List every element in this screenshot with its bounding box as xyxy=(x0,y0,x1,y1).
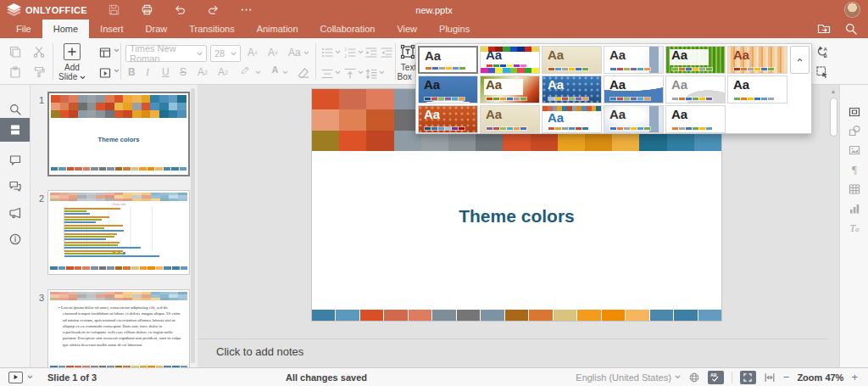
clear-style-button[interactable] xyxy=(297,66,310,80)
zoom-out-button[interactable]: − xyxy=(783,372,790,383)
font-color-button[interactable]: A xyxy=(270,65,281,79)
redo-icon[interactable] xyxy=(207,3,220,16)
select-all-button[interactable] xyxy=(815,65,829,79)
chevron-down-icon[interactable] xyxy=(303,51,309,55)
sidebar-about-button[interactable] xyxy=(0,228,30,250)
decrease-font-size-button[interactable]: A˅ xyxy=(268,48,278,58)
sidebar-chat-button[interactable] xyxy=(0,176,30,198)
language-selector[interactable]: English (United States) xyxy=(576,372,681,383)
notes-divider[interactable] xyxy=(198,338,827,339)
tab-animation[interactable]: Animation xyxy=(246,20,309,38)
copy-button[interactable] xyxy=(8,45,22,59)
scroll-up-arrow-icon[interactable]: ▲ xyxy=(831,88,837,94)
italic-button[interactable]: I xyxy=(146,67,149,77)
theme-thumbnail-dotted-blue[interactable]: Aa xyxy=(542,76,602,103)
increase-font-size-button[interactable]: A˄ xyxy=(248,48,258,58)
text-box-button[interactable] xyxy=(400,44,415,59)
bold-button[interactable]: B xyxy=(128,67,136,77)
textart-settings-button[interactable]: Ta xyxy=(840,217,868,239)
numbering-button[interactable]: 12 xyxy=(343,46,357,59)
chevron-down-icon[interactable] xyxy=(27,375,33,379)
undo-icon[interactable] xyxy=(174,3,186,16)
sidebar-feedback-button[interactable] xyxy=(0,202,30,224)
vertical-align-button[interactable] xyxy=(343,67,357,81)
font-size-combo[interactable]: 28 xyxy=(210,45,241,62)
chevron-down-icon[interactable] xyxy=(114,48,120,53)
decrease-indent-button[interactable] xyxy=(364,46,378,59)
find-replace-button[interactable]: AB xyxy=(815,45,829,59)
tab-draw[interactable]: Draw xyxy=(135,20,179,38)
theme-thumbnail-gray-shape[interactable]: Aa xyxy=(665,76,726,103)
set-language-globe-icon[interactable] xyxy=(688,372,700,383)
scrollbar-thumb[interactable] xyxy=(830,98,837,137)
notes-placeholder[interactable]: Click to add notes xyxy=(216,345,303,358)
chevron-down-icon[interactable] xyxy=(282,70,288,75)
slide-thumbnail-1[interactable]: Theme colors xyxy=(47,92,190,176)
theme-thumbnail-warm-stripes[interactable]: Aa xyxy=(727,46,787,74)
theme-thumbnail-white-swoosh[interactable]: Aa xyxy=(604,76,664,103)
underline-button[interactable]: U xyxy=(162,67,170,77)
change-color-scheme-button[interactable] xyxy=(98,66,112,80)
chevron-down-icon[interactable] xyxy=(255,70,261,75)
user-avatar[interactable] xyxy=(845,3,860,17)
chevron-down-icon[interactable] xyxy=(379,70,385,75)
theme-thumbnail-basic-bright[interactable]: Aa xyxy=(480,46,540,74)
tab-transitions[interactable]: Transitions xyxy=(178,20,245,38)
theme-thumbnail-classic-cream[interactable]: Aa xyxy=(542,46,602,74)
theme-thumbnail-plain-green-strip[interactable]: Aa xyxy=(727,76,787,103)
chevron-down-icon[interactable] xyxy=(335,50,341,54)
slide-thumbnail-3[interactable]: • Lorem ipsum dolor sit amet, consectetu… xyxy=(47,289,190,367)
search-icon[interactable] xyxy=(844,22,858,36)
more-actions-icon[interactable] xyxy=(240,3,253,16)
theme-thumbnail-plain-2[interactable]: Aa xyxy=(665,105,726,133)
change-case-button[interactable]: Aa xyxy=(288,48,301,58)
chevron-down-icon[interactable] xyxy=(358,50,364,54)
paste-button[interactable] xyxy=(8,65,22,79)
fit-to-width-button[interactable] xyxy=(764,372,776,383)
theme-thumbnail[interactable] xyxy=(727,105,787,133)
change-slide-layout-button[interactable] xyxy=(98,46,112,59)
theme-thumbnail-blue-swoosh[interactable]: Aa xyxy=(418,76,478,103)
tab-collaboration[interactable]: Collaboration xyxy=(309,20,387,38)
theme-thumbnail-green-lines[interactable]: Aa xyxy=(665,46,726,74)
superscript-button[interactable]: A2 xyxy=(198,67,208,77)
font-name-combo[interactable]: Times New Roman xyxy=(125,45,207,62)
tab-insert[interactable]: Insert xyxy=(89,20,135,38)
theme-thumbnail-corner-blue[interactable]: Aa xyxy=(604,46,664,74)
slide-title-text[interactable]: Theme colors xyxy=(312,206,721,227)
strikeout-button[interactable]: S xyxy=(180,67,186,77)
slide-thumbnail-2[interactable]: Chart title xyxy=(47,190,190,275)
horizontal-align-button[interactable] xyxy=(320,67,334,81)
cut-button[interactable] xyxy=(32,45,46,59)
chevron-down-icon[interactable] xyxy=(335,70,341,75)
highlight-color-button[interactable] xyxy=(240,64,251,78)
start-slideshow-button[interactable] xyxy=(8,372,23,383)
subscript-button[interactable]: A2 xyxy=(218,67,228,77)
bullets-button[interactable] xyxy=(320,46,334,59)
tab-file[interactable]: File xyxy=(5,20,42,38)
increase-indent-button[interactable] xyxy=(380,46,393,59)
editor-vertical-scrollbar[interactable]: ▲ xyxy=(828,86,838,366)
slide-panel-scrollbar[interactable] xyxy=(191,88,195,363)
theme-thumbnail-parchment[interactable]: Aa xyxy=(480,105,540,133)
theme-thumbnail-mosaic[interactable]: Aa xyxy=(542,105,602,133)
add-slide-button[interactable] xyxy=(64,43,81,60)
spell-check-button[interactable]: AB xyxy=(708,371,724,384)
theme-thumbnail-dotted-orange[interactable]: Aa xyxy=(418,105,478,133)
line-spacing-button[interactable] xyxy=(364,67,378,81)
sidebar-comments-button[interactable] xyxy=(0,149,30,171)
tab-home[interactable]: Home xyxy=(42,20,89,38)
save-icon[interactable] xyxy=(108,3,120,16)
fit-to-slide-button[interactable] xyxy=(740,371,756,384)
add-slide-label[interactable]: Add Slide xyxy=(49,63,95,81)
theme-thumbnail-safari[interactable]: Aa xyxy=(480,76,540,103)
open-file-location-icon[interactable] xyxy=(817,22,831,36)
tab-plugins[interactable]: Plugins xyxy=(428,20,481,38)
theme-thumbnail-corner-blue-2[interactable]: Aa xyxy=(604,105,664,133)
tab-view[interactable]: View xyxy=(386,20,428,38)
chevron-down-icon[interactable] xyxy=(358,70,364,75)
copy-style-button[interactable] xyxy=(32,65,46,79)
zoom-in-button[interactable]: + xyxy=(851,372,858,383)
sidebar-slides-button[interactable] xyxy=(0,118,30,142)
theme-thumbnail-blank[interactable]: Aa xyxy=(418,46,478,74)
